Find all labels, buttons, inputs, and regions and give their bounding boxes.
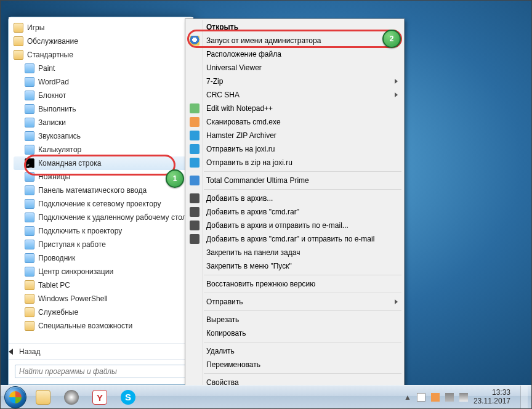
- callout-2-number: 2: [390, 34, 394, 43]
- start-subfolder-3[interactable]: Специальные возможности: [14, 319, 191, 333]
- menu-item-label: Подключить к проектору: [38, 227, 122, 235]
- context-item-16[interactable]: Добавить в архив и отправить по e-mail..…: [187, 219, 403, 232]
- tray-chevron-icon[interactable]: ▲: [404, 393, 411, 402]
- context-separator: [204, 189, 401, 190]
- taskbar-clock[interactable]: 13:33 23.11.2017: [474, 389, 512, 406]
- teal-icon: [190, 158, 200, 168]
- context-item-26[interactable]: Копировать: [187, 326, 403, 340]
- back-button[interactable]: Назад: [9, 343, 193, 359]
- context-separator: [204, 275, 401, 275]
- context-item-10[interactable]: Отправить в zip на joxi.ru: [187, 156, 403, 169]
- context-item-label: CRC SHA: [206, 91, 240, 99]
- context-item-0[interactable]: Открыть: [187, 20, 403, 34]
- start-app-14[interactable]: Проводник: [14, 251, 191, 265]
- context-item-9[interactable]: Отправить на joxi.ru: [187, 142, 403, 156]
- dark-icon: [190, 207, 200, 217]
- start-app-6[interactable]: Калькулятор: [14, 143, 191, 156]
- app-icon: [25, 145, 34, 155]
- start-subfolder-2[interactable]: Служебные: [14, 306, 191, 319]
- back-arrow-icon: [9, 349, 13, 355]
- app-icon: [25, 199, 34, 209]
- context-item-label: Переименовать: [206, 360, 260, 369]
- app-tray-icon[interactable]: [431, 393, 440, 402]
- context-item-12[interactable]: Total Commander Ultima Prime: [187, 174, 403, 187]
- context-item-2[interactable]: Расположение файла: [187, 47, 403, 61]
- taskbar-pinned-yandex[interactable]: Y: [86, 388, 113, 407]
- menu-item-label: Стандартные: [27, 51, 73, 59]
- start-app-1[interactable]: WordPad: [14, 75, 191, 89]
- context-item-5[interactable]: CRC SHA: [187, 88, 403, 102]
- context-item-21[interactable]: Восстановить прежнюю версию: [187, 277, 403, 291]
- start-app-2[interactable]: Блокнот: [14, 89, 191, 102]
- app-icon: [25, 118, 34, 128]
- explorer-icon: [36, 390, 50, 405]
- context-item-label: Закрепить в меню "Пуск": [206, 262, 292, 270]
- context-item-6[interactable]: Edit with Notepad++: [187, 102, 403, 115]
- context-item-29[interactable]: Переименовать: [187, 358, 403, 371]
- start-app-15[interactable]: Центр синхронизации: [14, 265, 191, 278]
- start-app-3[interactable]: Выполнить: [14, 102, 191, 116]
- app-icon: [25, 240, 34, 249]
- menu-item-label: Windows PowerShell: [38, 294, 108, 303]
- menu-item-label: Игры: [27, 23, 44, 32]
- context-item-8[interactable]: Hamster ZIP Archiver: [187, 129, 403, 142]
- start-app-7[interactable]: Командная строка: [14, 156, 191, 170]
- menu-item-label: Служебные: [38, 308, 78, 317]
- start-app-10[interactable]: Подключение к сетевому проектору: [14, 197, 191, 211]
- menu-item-label: Командная строка: [38, 159, 101, 168]
- context-item-label: Hamster ZIP Archiver: [206, 131, 276, 140]
- start-app-12[interactable]: Подключить к проектору: [14, 224, 191, 238]
- flag-icon[interactable]: [417, 393, 425, 402]
- menu-item-label: WordPad: [38, 78, 69, 86]
- context-item-label: Удалить: [206, 347, 235, 355]
- context-item-15[interactable]: Добавить в архив "cmd.rar": [187, 205, 403, 219]
- volume-icon[interactable]: [459, 393, 468, 402]
- taskbar: Y S ▲ 13:33 23.11.2017: [1, 385, 531, 408]
- context-item-28[interactable]: Удалить: [187, 344, 403, 358]
- context-item-label: Открыть: [206, 23, 238, 31]
- context-item-label: Отправить на joxi.ru: [206, 145, 275, 153]
- search-input[interactable]: [15, 365, 187, 378]
- start-orb[interactable]: [4, 386, 26, 408]
- system-tray[interactable]: ▲ 13:33 23.11.2017: [399, 386, 517, 408]
- context-item-3[interactable]: Universal Viewer: [187, 61, 403, 75]
- start-app-5[interactable]: Звукозапись: [14, 129, 191, 143]
- menu-item-label: Выполнить: [38, 105, 76, 113]
- start-app-0[interactable]: Paint: [14, 62, 191, 75]
- taskbar-pinned-app-1[interactable]: [58, 388, 85, 407]
- context-item-17[interactable]: Добавить в архив "cmd.rar" и отправить п…: [187, 232, 403, 246]
- teal-icon: [190, 131, 200, 140]
- folder-icon: [14, 50, 23, 60]
- start-folder-0[interactable]: Игры: [14, 21, 191, 34]
- show-desktop-button[interactable]: [520, 386, 528, 409]
- taskbar-pinned-explorer[interactable]: [30, 388, 57, 407]
- start-folder-1[interactable]: Обслуживание: [14, 34, 191, 48]
- start-app-8[interactable]: Ножницы: [14, 170, 191, 184]
- orange-icon: [190, 117, 200, 127]
- network-icon[interactable]: [445, 393, 454, 402]
- context-item-1[interactable]: Запуск от имени администратора: [187, 34, 403, 47]
- start-subfolder-0[interactable]: Tablet PC: [14, 278, 191, 292]
- dark-icon: [190, 193, 200, 203]
- context-item-19[interactable]: Закрепить в меню "Пуск": [187, 259, 403, 273]
- context-item-23[interactable]: Отправить: [187, 295, 403, 309]
- start-folder-2[interactable]: Стандартные: [14, 48, 191, 62]
- context-item-7[interactable]: Сканировать cmd.exe: [187, 115, 403, 129]
- folder-icon: [25, 280, 34, 290]
- taskbar-pinned-skype[interactable]: S: [115, 388, 142, 407]
- skype-icon: S: [121, 390, 135, 405]
- start-app-4[interactable]: Записки: [14, 116, 191, 129]
- context-item-25[interactable]: Вырезать: [187, 313, 403, 326]
- context-item-14[interactable]: Добавить в архив...: [187, 192, 403, 205]
- context-item-18[interactable]: Закрепить на панели задач: [187, 246, 403, 259]
- callout-2-badge: 2: [382, 30, 401, 48]
- start-app-9[interactable]: Панель математического ввода: [14, 184, 191, 197]
- context-separator: [204, 310, 401, 311]
- start-app-11[interactable]: Подключение к удаленному рабочему столу: [14, 211, 191, 224]
- start-subfolder-1[interactable]: Windows PowerShell: [14, 292, 191, 306]
- start-app-13[interactable]: Приступая к работе: [14, 238, 191, 251]
- context-menu: ОткрытьЗапуск от имени администратораРас…: [185, 18, 405, 391]
- context-item-4[interactable]: 7-Zip: [187, 75, 403, 88]
- app-icon: [25, 185, 34, 195]
- context-item-label: Universal Viewer: [206, 63, 262, 72]
